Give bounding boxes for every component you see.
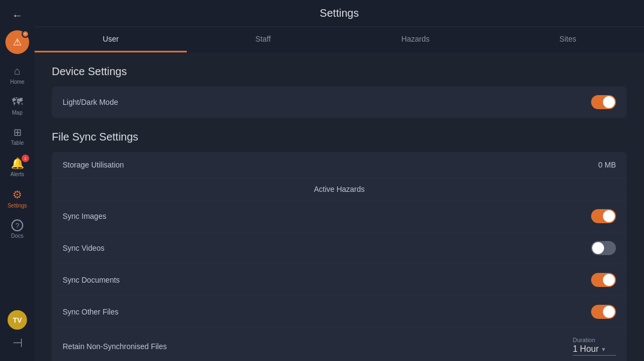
storage-utilisation-value: 0 MB [598,161,616,169]
toggle-thumb [603,274,615,286]
tab-staff[interactable]: Staff [187,27,339,52]
sync-other-files-toggle[interactable] [591,305,616,319]
avatar[interactable]: TV [8,310,27,330]
light-dark-mode-label: Light/Dark Mode [63,98,118,106]
light-dark-mode-toggle[interactable] [591,95,616,109]
storage-utilisation-label: Storage Utilisation [63,161,124,169]
sidebar-item-docs[interactable]: ? Docs [0,215,35,243]
device-settings-title: Device Settings [52,65,627,78]
active-hazards-header: Active Hazards [52,178,627,200]
sidebar: ← ⚠ + ⌂ Home 🗺 Map ⊞ Table 🔔 1 Alerts ⚙ … [0,0,35,361]
alert-icon: ⚠ [13,36,22,48]
sidebar-item-label-home: Home [10,79,25,85]
alert-add-button[interactable]: ⚠ + [5,30,29,54]
retain-non-sync-row: Retain Non-Synchronised Files Duration 1… [52,328,627,361]
docs-icon: ? [11,219,23,231]
sidebar-item-alerts[interactable]: 🔔 1 Alerts [0,152,35,182]
tab-bar: User Staff Hazards Sites [35,27,644,52]
duration-label: Duration [573,337,616,343]
sidebar-item-settings[interactable]: ⚙ Settings [0,184,35,213]
alerts-badge: 1 [22,155,29,162]
page-title: Settings [320,7,358,19]
sidebar-item-label-settings: Settings [8,203,27,209]
file-sync-settings-title: File Sync Settings [52,131,627,143]
sync-videos-toggle[interactable] [591,241,616,255]
back-icon: ← [12,9,23,22]
sync-documents-toggle[interactable] [591,273,616,287]
duration-value: 1 Hour [573,344,599,354]
tab-hazards[interactable]: Hazards [340,27,492,52]
device-settings-card: Light/Dark Mode [52,86,627,118]
sidebar-item-table[interactable]: ⊞ Table [0,122,35,150]
toggle-thumb [603,96,615,108]
sync-documents-row: Sync Documents [52,264,627,296]
map-icon: 🗺 [12,96,23,108]
logout-button[interactable]: ⊣ [0,332,35,355]
light-dark-mode-row: Light/Dark Mode [52,86,627,118]
home-icon: ⌂ [14,65,21,77]
sync-images-row: Sync Images [52,200,627,232]
toggle-thumb [603,210,615,222]
sync-other-files-row: Sync Other Files [52,296,627,328]
page-header: Settings [35,0,644,27]
plus-badge: + [22,30,29,38]
sidebar-item-label-alerts: Alerts [10,171,24,177]
toggle-thumb [592,242,604,254]
sync-documents-label: Sync Documents [63,276,120,284]
sync-videos-label: Sync Videos [63,244,105,252]
sidebar-item-map[interactable]: 🗺 Map [0,91,35,120]
settings-icon: ⚙ [12,188,22,201]
file-sync-card: Storage Utilisation 0 MB Active Hazards … [52,152,627,361]
table-icon: ⊞ [13,126,22,138]
back-button[interactable]: ← [6,4,28,26]
sync-videos-row: Sync Videos [52,232,627,264]
toggle-thumb [603,306,615,318]
sync-images-toggle[interactable] [591,209,616,223]
sync-images-label: Sync Images [63,212,106,220]
sidebar-item-label-map: Map [12,110,22,116]
tab-user[interactable]: User [35,27,187,52]
settings-content: Device Settings Light/Dark Mode File Syn… [35,52,644,361]
chevron-down-icon: ▼ [601,346,606,352]
duration-value-row: 1 Hour ▼ [573,344,616,354]
tab-sites[interactable]: Sites [492,27,644,52]
storage-utilisation-row: Storage Utilisation 0 MB [52,152,627,178]
main-content: Settings User Staff Hazards Sites Device… [35,0,644,361]
logout-icon: ⊣ [12,336,23,350]
duration-dropdown-container[interactable]: Duration 1 Hour ▼ [573,337,616,356]
sidebar-item-label-table: Table [11,140,24,146]
sidebar-item-home[interactable]: ⌂ Home [0,61,35,89]
retain-non-sync-label: Retain Non-Synchronised Files [63,342,167,351]
sync-other-files-label: Sync Other Files [63,307,118,316]
sidebar-item-label-docs: Docs [11,233,24,239]
